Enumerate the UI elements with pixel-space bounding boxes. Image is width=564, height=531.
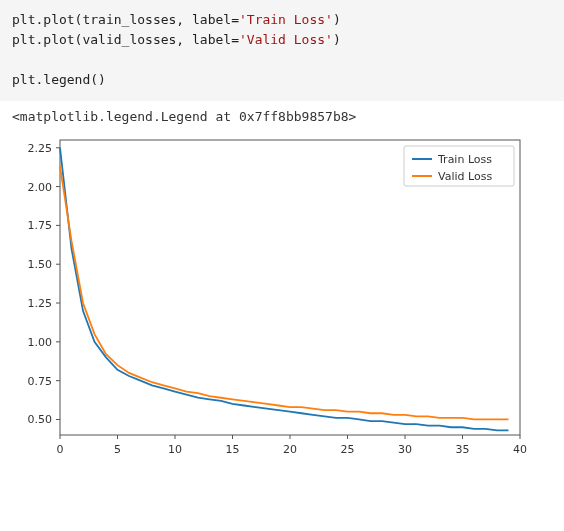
x-tick-label: 40 [513,443,527,456]
code-line-1-post: ) [333,12,341,27]
x-tick-label: 20 [283,443,297,456]
code-line-2-post: ) [333,32,341,47]
output-repr: <matplotlib.legend.Legend at 0x7ff8bb985… [0,101,564,126]
y-tick-label: 1.50 [28,258,53,271]
series-valid-loss [60,166,509,419]
code-cell: plt.plot(train_losses, label='Train Loss… [0,0,564,101]
y-tick-label: 0.75 [28,374,53,387]
code-line-1-pre: plt.plot(train_losses, label= [12,12,239,27]
legend-label: Valid Loss [438,170,492,183]
y-tick-label: 1.25 [28,297,53,310]
x-tick-label: 15 [226,443,240,456]
series-train-loss [60,147,509,430]
x-tick-label: 25 [341,443,355,456]
code-line-2-pre: plt.plot(valid_losses, label= [12,32,239,47]
x-tick-label: 30 [398,443,412,456]
y-tick-label: 1.00 [28,335,53,348]
y-tick-label: 0.50 [28,413,53,426]
x-tick-label: 10 [168,443,182,456]
code-line-2-str: 'Valid Loss' [239,32,333,47]
y-tick-label: 2.25 [28,141,53,154]
x-tick-label: 0 [57,443,64,456]
y-tick-label: 2.00 [28,180,53,193]
loss-chart: 0.500.751.001.251.501.752.002.2505101520… [12,130,532,465]
code-line-1-str: 'Train Loss' [239,12,333,27]
x-tick-label: 35 [456,443,470,456]
chart-container: 0.500.751.001.251.501.752.002.2505101520… [0,126,564,480]
legend-label: Train Loss [437,153,492,166]
code-line-4: plt.legend() [12,72,106,87]
y-tick-label: 1.75 [28,219,53,232]
x-tick-label: 5 [114,443,121,456]
